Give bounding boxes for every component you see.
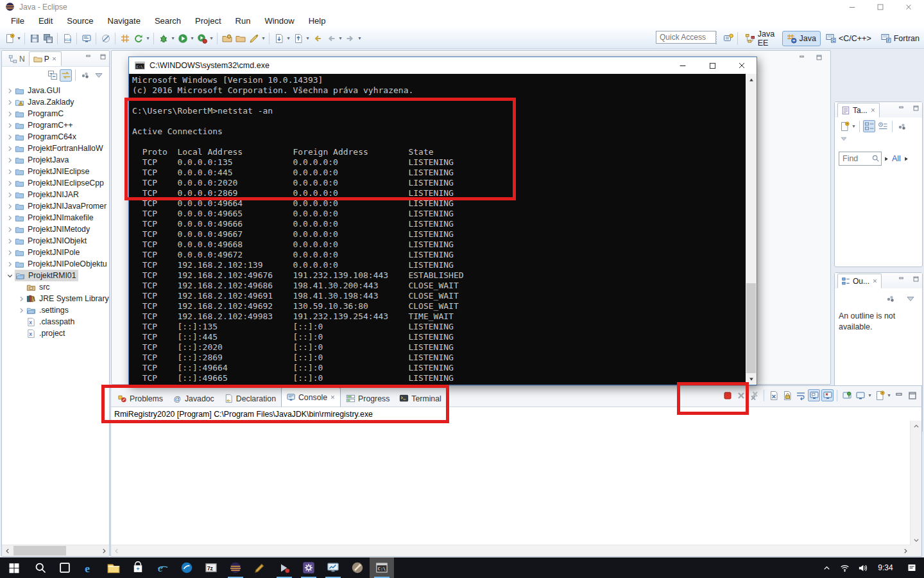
open-folder-ball-icon[interactable] [221, 32, 233, 44]
dropdown-arrow-icon[interactable]: ▾ [170, 35, 176, 41]
scroll-right-icon[interactable] [98, 545, 109, 556]
open-perspective-icon[interactable] [722, 32, 734, 44]
taskbar-item-system-monitor[interactable] [321, 557, 345, 578]
tree-item[interactable]: Java.Zaklady [2, 96, 109, 108]
expand-icon[interactable] [6, 167, 15, 177]
taskbar-item-internet-explorer[interactable]: e [150, 557, 175, 578]
expand-icon[interactable] [6, 144, 15, 153]
pin-console-icon[interactable] [841, 389, 853, 401]
tree-item[interactable]: ProjektFortranHalloW [2, 143, 109, 154]
prev-filter-icon[interactable] [884, 156, 889, 162]
open-console-icon[interactable] [873, 389, 886, 401]
perspective-button-javaee[interactable]: Java EE [740, 27, 782, 50]
view-menu-icon[interactable] [884, 292, 896, 304]
taskbar-item-eclipse[interactable] [223, 557, 248, 578]
tab-console[interactable]: Console [281, 387, 341, 407]
chevron-up-icon[interactable] [817, 563, 835, 573]
close-icon[interactable] [51, 56, 57, 62]
back-icon[interactable] [325, 32, 337, 44]
show-stdout-icon[interactable] [808, 389, 820, 401]
window-close-button[interactable] [894, 0, 923, 14]
tree-item[interactable]: ProjektJNIEclipseCpp [2, 177, 109, 189]
run-external-icon[interactable] [196, 32, 208, 44]
dropdown-arrow-icon[interactable]: ▾ [286, 35, 291, 41]
expand-icon[interactable] [17, 306, 26, 315]
tab-terminal[interactable]: Terminal [395, 390, 445, 407]
menu-item-file[interactable]: File [4, 14, 31, 28]
notifications-icon[interactable] [900, 563, 924, 573]
paint-brush-icon[interactable] [248, 32, 260, 44]
quick-access-input[interactable] [656, 31, 716, 44]
taskbar-item-store[interactable] [126, 557, 150, 578]
cmd-titlebar[interactable]: C:\ C:\WINDOWS\system32\cmd.exe [129, 57, 757, 74]
clock[interactable]: 9:34 [871, 563, 900, 572]
expand-icon[interactable] [6, 109, 15, 119]
cmd-close-button[interactable] [727, 57, 757, 74]
open-folder-icon[interactable] [234, 32, 246, 44]
tree-item[interactable]: X.project [2, 328, 109, 339]
clear-console-icon[interactable] [767, 389, 780, 401]
dropdown-arrow-icon[interactable]: ▾ [209, 35, 214, 41]
tree-item[interactable]: ProjektJNIPole [2, 247, 109, 258]
window-minimize-button[interactable] [838, 0, 866, 14]
expand-icon[interactable] [6, 179, 15, 188]
menu-item-search[interactable]: Search [148, 14, 188, 28]
taskbar-item-cmd[interactable]: C:\ [370, 557, 394, 578]
tab-task-list[interactable]: Ta... [837, 103, 880, 118]
view-minimize-icon[interactable] [898, 276, 905, 283]
taskbar-item-task-view[interactable] [53, 557, 77, 578]
view-maximize-icon[interactable] [912, 276, 920, 283]
perspective-button-java[interactable]: Java [782, 31, 821, 46]
tab-progress[interactable]: Progress [341, 390, 394, 407]
tab-navigator[interactable]: N [4, 52, 29, 66]
show-stderr-icon[interactable] [821, 389, 834, 401]
dropdown-arrow-icon[interactable]: ▾ [338, 35, 343, 41]
expand-icon[interactable] [6, 190, 15, 200]
chevron-down-icon[interactable] [840, 135, 848, 143]
volume-icon[interactable] [853, 563, 871, 573]
close-icon[interactable] [870, 107, 876, 113]
last-edit-location-icon[interactable] [311, 32, 323, 44]
tab-declaration[interactable]: Declaration [219, 390, 280, 407]
tree-item[interactable]: ProjektJava [2, 154, 109, 166]
new-task-icon[interactable] [838, 120, 850, 132]
perspective-button-fortran[interactable]: FFortran [877, 31, 924, 46]
terminate-icon[interactable] [721, 389, 733, 401]
dropdown-arrow-icon[interactable]: ▾ [305, 35, 311, 41]
view-minimize-icon[interactable] [898, 105, 905, 112]
dropdown-arrow-icon[interactable]: ▾ [189, 35, 195, 41]
categorized-icon[interactable] [863, 120, 875, 132]
dropdown-arrow-icon[interactable]: ▾ [16, 35, 22, 41]
tree-item[interactable]: ProjektJNIMetody [2, 223, 109, 235]
taskbar-item-brush-tool[interactable] [248, 557, 272, 578]
tree-item[interactable]: ProjektJNIEclipse [2, 166, 109, 177]
link-with-editor-icon[interactable] [60, 69, 72, 82]
expand-icon[interactable] [6, 248, 15, 258]
tab-problems[interactable]: Problems [113, 390, 167, 407]
expand-icon[interactable] [6, 236, 15, 246]
expand-icon[interactable] [6, 259, 15, 269]
maximize-view-icon[interactable] [906, 389, 918, 401]
close-icon[interactable] [872, 278, 878, 284]
taskbar-item-start[interactable] [0, 557, 28, 578]
dropdown-arrow-icon[interactable]: ▾ [145, 35, 151, 41]
taskbar-item-search[interactable] [28, 557, 53, 578]
view-maximize-icon[interactable] [912, 105, 920, 112]
cmd-minimize-button[interactable] [668, 57, 697, 74]
toggle-mark-icon[interactable] [99, 32, 112, 44]
scheduled-icon[interactable] [877, 120, 889, 132]
scrollbar-thumb[interactable] [13, 546, 66, 556]
scroll-lock-icon[interactable] [781, 389, 793, 401]
chevron-down-icon[interactable] [904, 292, 916, 304]
expand-icon[interactable] [6, 225, 15, 234]
tree-item[interactable]: ProjektJNIJAR [2, 189, 109, 200]
expand-icon[interactable] [6, 213, 15, 223]
new-wizard-icon[interactable] [3, 32, 15, 44]
tab-package-explorer[interactable]: P [29, 51, 62, 66]
expand-icon[interactable] [17, 294, 26, 304]
taskbar-item-paint-tool[interactable] [345, 557, 370, 578]
perspective-button-cc[interactable]: C<C/C++> [821, 31, 876, 46]
tree-item[interactable]: ProjektJNIJavaPromer [2, 200, 109, 212]
tree-item[interactable]: ProgramC [2, 108, 109, 119]
collapse-all-icon[interactable] [46, 69, 58, 82]
